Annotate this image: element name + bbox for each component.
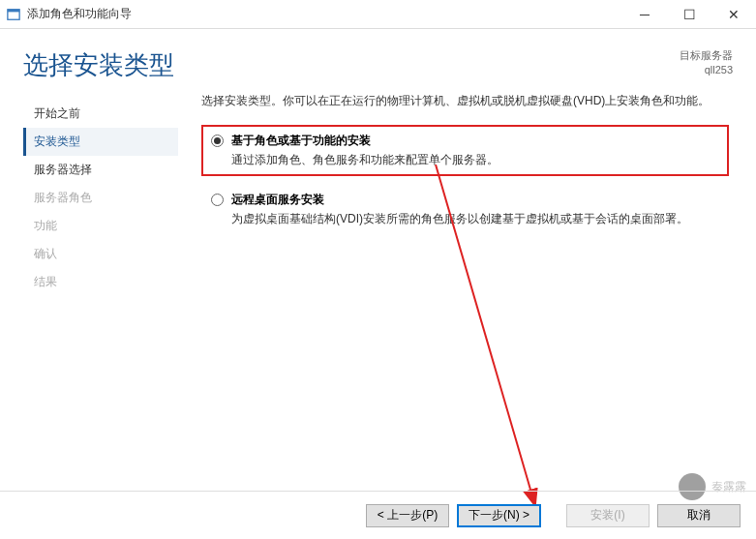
- option-desc: 为虚拟桌面基础结构(VDI)安装所需的角色服务以创建基于虚拟机或基于会话的桌面部…: [231, 210, 719, 227]
- cancel-button[interactable]: 取消: [657, 504, 741, 527]
- window-title: 添加角色和功能向导: [27, 6, 622, 22]
- maximize-button[interactable]: ☐: [667, 0, 711, 29]
- prev-button[interactable]: < 上一步(P): [366, 504, 449, 527]
- sidebar-item-features: 功能: [23, 212, 178, 240]
- sidebar-item-before-begin[interactable]: 开始之前: [23, 100, 178, 128]
- option-title: 远程桌面服务安装: [231, 192, 719, 208]
- footer: < 上一步(P) 下一步(N) > 安装(I) 取消: [0, 491, 756, 539]
- sidebar-item-server-selection[interactable]: 服务器选择: [23, 156, 178, 184]
- window-controls: ─ ☐ ✕: [622, 0, 756, 29]
- page-title: 选择安装类型: [23, 48, 680, 82]
- svg-rect-1: [8, 9, 19, 12]
- option-title: 基于角色或基于功能的安装: [231, 133, 719, 149]
- option-desc: 通过添加角色、角色服务和功能来配置单个服务器。: [231, 151, 719, 168]
- header: 选择安装类型 目标服务器 qll253: [0, 29, 756, 92]
- option-role-based[interactable]: 基于角色或基于功能的安装 通过添加角色、角色服务和功能来配置单个服务器。: [201, 125, 729, 176]
- server-label: 目标服务器: [680, 48, 733, 63]
- titlebar: 添加角色和功能向导 ─ ☐ ✕: [0, 0, 756, 29]
- intro-text: 选择安装类型。你可以在正在运行的物理计算机、虚拟机或脱机虚拟硬盘(VHD)上安装…: [201, 92, 729, 109]
- sidebar-item-server-roles: 服务器角色: [23, 184, 178, 212]
- content: 选择安装类型。你可以在正在运行的物理计算机、虚拟机或脱机虚拟硬盘(VHD)上安装…: [178, 92, 733, 296]
- server-name: qll253: [680, 63, 733, 77]
- sidebar: 开始之前 安装类型 服务器选择 服务器角色 功能 确认 结果: [23, 92, 178, 296]
- minimize-button[interactable]: ─: [622, 0, 667, 29]
- option-remote-desktop[interactable]: 远程桌面服务安装 为虚拟桌面基础结构(VDI)安装所需的角色服务以创建基于虚拟机…: [201, 184, 729, 235]
- sidebar-item-confirm: 确认: [23, 240, 178, 268]
- sidebar-item-install-type[interactable]: 安装类型: [23, 128, 178, 156]
- app-icon: [6, 7, 21, 22]
- sidebar-item-results: 结果: [23, 268, 178, 296]
- server-info: 目标服务器 qll253: [680, 48, 733, 78]
- body: 开始之前 安装类型 服务器选择 服务器角色 功能 确认 结果 选择安装类型。你可…: [0, 92, 756, 296]
- install-button: 安装(I): [566, 504, 650, 527]
- radio-remote-desktop[interactable]: [211, 194, 224, 206]
- close-button[interactable]: ✕: [711, 0, 756, 29]
- next-button[interactable]: 下一步(N) >: [457, 504, 541, 527]
- radio-role-based[interactable]: [211, 135, 224, 147]
